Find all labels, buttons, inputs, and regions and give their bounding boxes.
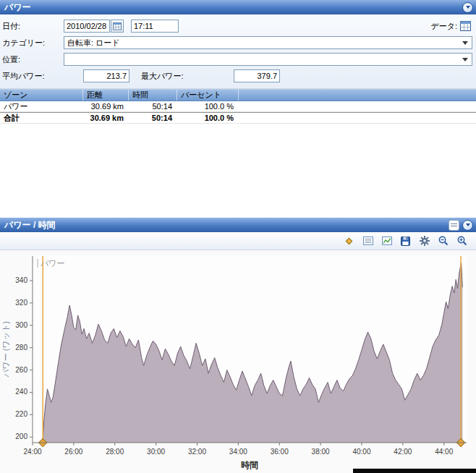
- power-summary-panel: パワー 日付: デ: [0, 0, 476, 218]
- y-tick-label: 280: [15, 344, 27, 351]
- x-axis-title: 時間: [241, 460, 258, 470]
- y-tick-label: 240: [15, 388, 27, 396]
- date-input[interactable]: [64, 20, 110, 33]
- chart-view-button[interactable]: [380, 234, 394, 248]
- chart-panel-title: パワー / 時間: [4, 219, 449, 231]
- y-tick-label: 300: [15, 321, 27, 329]
- max-power-input[interactable]: [234, 69, 280, 82]
- percent-cell: 100.0 %: [177, 101, 239, 111]
- panel-lines-icon: [451, 223, 457, 224]
- category-label: カテゴリー:: [2, 38, 64, 48]
- x-tick-label: 44:00: [435, 448, 453, 456]
- col-header-zone[interactable]: ゾーン: [0, 90, 83, 101]
- col-header-filler: [239, 90, 476, 101]
- distance-cell: 30.69 km: [83, 113, 129, 123]
- summary-form: 日付: データ:: [0, 14, 476, 89]
- magnifier-minus-icon: [438, 235, 449, 247]
- distance-cell: 30.69 km: [83, 101, 129, 111]
- zones-table: ゾーン 距離 時間 パーセント パワー 30.69 km 50:14 100.0…: [0, 89, 476, 124]
- location-label: 位置:: [2, 54, 64, 65]
- table-row[interactable]: パワー 30.69 km 50:14 100.0 %: [0, 101, 476, 112]
- time-cell: 50:14: [129, 113, 177, 123]
- location-row: 位置:: [2, 53, 474, 66]
- category-value: 自転車: ロード: [67, 38, 462, 48]
- gear-icon: [419, 235, 430, 247]
- x-tick-label: 42:00: [394, 448, 412, 456]
- time-input[interactable]: [131, 20, 179, 33]
- zone-cell: パワー: [0, 101, 83, 111]
- app-window: パワー 日付: デ: [0, 0, 476, 473]
- chevron-down-icon: [466, 6, 470, 9]
- collapse-panel-button[interactable]: [462, 2, 473, 13]
- avg-power-input[interactable]: [83, 69, 129, 82]
- layout-button[interactable]: [449, 220, 459, 231]
- x-tick-label: 26:00: [64, 448, 82, 456]
- y-axis-title: パワー (ワット): [1, 321, 10, 378]
- x-tick-label: 36:00: [271, 448, 289, 456]
- date-row: 日付: データ:: [2, 20, 474, 33]
- settings-button[interactable]: [417, 234, 431, 248]
- percent-cell: 100.0 %: [177, 113, 239, 123]
- col-header-percent[interactable]: パーセント: [177, 90, 239, 101]
- date-label: 日付:: [2, 21, 64, 32]
- table-row-total[interactable]: 合計 30.69 km 50:14 100.0 %: [0, 112, 476, 124]
- empty-area: [0, 124, 476, 218]
- zone-cell: 合計: [0, 113, 83, 123]
- chevron-down-icon: [462, 41, 468, 45]
- chart-icon: [381, 235, 393, 247]
- x-tick-label: 38:00: [312, 448, 330, 456]
- data-icon[interactable]: [460, 21, 471, 31]
- table-view-button[interactable]: [361, 234, 375, 248]
- y-tick-label: 320: [15, 299, 27, 307]
- zoom-in-button[interactable]: [455, 234, 469, 248]
- calendar-button[interactable]: [111, 20, 124, 33]
- bottom-strip: [353, 469, 476, 473]
- chart-toolbar: [0, 232, 476, 250]
- location-select[interactable]: [64, 53, 472, 66]
- x-tick-label: 28:00: [106, 448, 124, 456]
- y-tick-label: 200: [15, 432, 27, 440]
- y-tick-label: 260: [15, 366, 27, 374]
- x-tick-label: 30:00: [147, 448, 165, 456]
- col-header-time[interactable]: 時間: [129, 90, 177, 101]
- collapse-chart-button[interactable]: [462, 220, 473, 231]
- power-stats-row: 平均パワー: 最大パワー:: [2, 69, 474, 82]
- category-select[interactable]: 自転車: ロード: [64, 36, 472, 49]
- y-tick-label: 220: [15, 410, 27, 418]
- power-panel-titlebar: パワー: [0, 0, 476, 14]
- list-icon: [362, 235, 374, 247]
- floppy-disk-icon: [400, 236, 411, 247]
- data-label: データ:: [430, 21, 457, 32]
- power-time-panel: パワー / 時間: [0, 218, 476, 473]
- chevron-down-icon: [466, 223, 470, 226]
- time-cell: 50:14: [129, 101, 177, 111]
- chart-panel-titlebar: パワー / 時間: [0, 218, 476, 232]
- save-button[interactable]: [399, 234, 412, 248]
- x-tick-label: 34:00: [229, 448, 247, 456]
- max-power-label: 最大パワー:: [141, 71, 234, 82]
- chevron-down-icon: [462, 58, 468, 61]
- avg-power-label: 平均パワー:: [2, 71, 83, 82]
- x-tick-label: 40:00: [352, 448, 370, 456]
- panel-lines-icon: [451, 226, 457, 226]
- panel-title: パワー: [4, 1, 459, 14]
- legend-label: パワー: [41, 259, 65, 268]
- magnifier-plus-icon: [456, 235, 468, 247]
- diamond-icon: [344, 236, 354, 247]
- col-header-distance[interactable]: 距離: [83, 90, 129, 101]
- calendar-icon: [113, 22, 122, 30]
- y-tick-label: 340: [15, 276, 27, 284]
- marker-button[interactable]: [342, 234, 356, 248]
- table-header-row: ゾーン 距離 時間 パーセント: [0, 89, 476, 101]
- category-row: カテゴリー: 自転車: ロード: [2, 36, 474, 49]
- x-tick-label: 32:00: [188, 448, 206, 456]
- zoom-out-button[interactable]: [436, 234, 450, 248]
- power-time-chart[interactable]: 20022024026028030032034024:0026:0028:003…: [0, 250, 476, 473]
- chart-area: 20022024026028030032034024:0026:0028:003…: [0, 250, 476, 473]
- data-source: データ:: [430, 21, 474, 32]
- x-tick-label: 24:00: [23, 448, 41, 456]
